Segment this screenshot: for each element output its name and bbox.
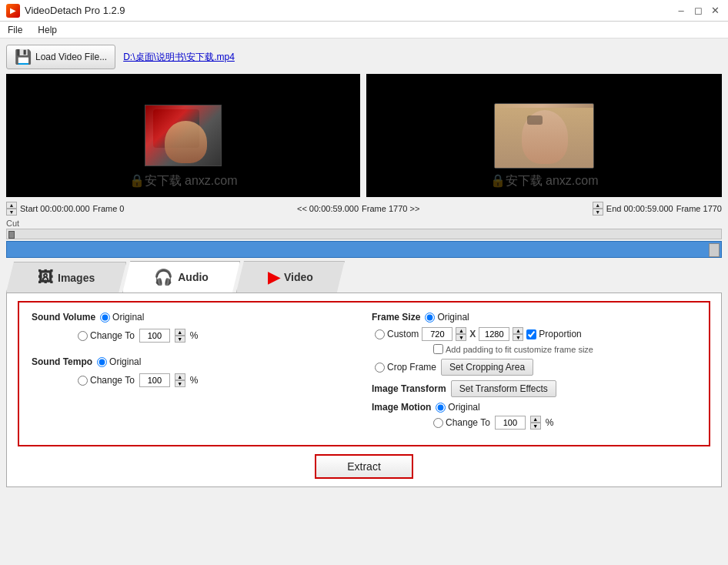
frame-size-custom-label[interactable]: Custom [375,329,419,339]
load-button-label: Load Video File... [35,52,107,62]
proportion-checkbox[interactable] [526,329,536,339]
left-spin-down[interactable]: ▼ [6,209,17,216]
image-motion-spin-up[interactable]: ▲ [530,416,541,423]
sound-tempo-row: Sound Tempo Original [32,356,356,367]
image-motion-spinner[interactable]: ▲ ▼ [530,416,541,430]
sound-tempo-spin-up[interactable]: ▲ [175,373,185,380]
sound-volume-original-radio[interactable] [100,313,110,323]
minimize-button[interactable]: – [674,4,688,18]
crop-frame-radio[interactable] [375,363,385,373]
image-motion-original-text: Original [448,402,479,413]
video-column: Frame Size Original Custom [364,307,704,440]
app-title: VideoDetach Pro 1.2.9 [25,5,125,16]
sound-tempo-original-radio[interactable] [97,357,107,367]
title-bar: ▶ VideoDetach Pro 1.2.9 – ◻ ✕ [0,0,728,22]
frame-height-spinner[interactable]: ▲ ▼ [513,327,523,341]
cut-label: Cut [6,219,722,228]
tab-audio[interactable]: 🎧 Audio [122,261,240,293]
sound-volume-original-text: Original [112,312,144,323]
frame-size-original-label[interactable]: Original [425,312,469,323]
frame-width-spin-down[interactable]: ▼ [456,334,466,341]
image-motion-original-label[interactable]: Original [436,402,479,413]
image-motion-unit: % [546,417,554,428]
sound-volume-spin-down[interactable]: ▼ [175,336,185,343]
tab-video[interactable]: ▶ Video [236,261,345,293]
tab-images[interactable]: 🖼 Images [6,262,126,293]
image-motion-change-radio[interactable] [433,418,443,428]
menu-help[interactable]: Help [30,23,65,36]
frame-size-custom-row: Custom ▲ ▼ X ▲ ▼ [372,327,696,341]
set-transform-effects-button[interactable]: Set Transform Effects [451,380,556,397]
right-spin-down[interactable]: ▼ [593,209,603,216]
right-preview-panel: 🔒安下载 anxz.com [366,74,722,197]
sound-volume-spinner[interactable]: ▲ ▼ [175,329,185,343]
image-transform-row: Image Transform Set Transform Effects [372,380,696,397]
maximize-button[interactable]: ◻ [691,4,705,18]
sound-tempo-spinner[interactable]: ▲ ▼ [175,373,185,387]
sound-volume-change-label[interactable]: Change To [78,330,135,341]
sound-volume-change-radio[interactable] [78,331,88,341]
set-cropping-area-button[interactable]: Set Cropping Area [441,359,533,376]
padding-row: Add padding to fit customize frame size [372,344,696,354]
end-frame-label: Frame 1770 [676,204,722,213]
sound-tempo-original-label[interactable]: Original [97,356,141,367]
image-motion-change-row: Change To ▲ ▼ % [372,416,696,430]
center-time-label: << 00:00:59.000 [297,204,359,213]
sound-tempo-change-label[interactable]: Change To [78,375,135,386]
load-video-button[interactable]: 💾 Load Video File... [6,45,115,69]
frame-size-original-text: Original [437,312,469,323]
frame-height-spin-down[interactable]: ▼ [513,334,523,341]
frame-size-row: Frame Size Original [372,312,696,323]
sound-volume-input[interactable] [139,329,170,343]
image-motion-original-radio[interactable] [436,403,446,413]
left-spinner[interactable]: ▲ ▼ [6,202,17,216]
close-button[interactable]: ✕ [708,4,722,18]
image-motion-input[interactable] [495,416,526,430]
panel-grid: Sound Volume Original Change To [24,307,704,440]
menu-file[interactable]: File [0,23,30,36]
left-controls: ▲ ▼ Start 00:00:00.000 Frame 0 [6,202,124,216]
main-area: 💾 Load Video File... D:\桌面\说明书\安下载.mp4 🔒… [0,38,728,493]
frame-width-spin-up[interactable]: ▲ [456,327,466,334]
sound-tempo-change-row: Change To ▲ ▼ % [32,373,356,387]
image-motion-label: Image Motion [372,402,431,413]
frame-height-input[interactable] [479,327,509,341]
frame-size-custom-radio[interactable] [375,329,385,339]
timeline-thumb[interactable] [709,243,720,257]
crop-frame-radio-label[interactable]: Crop Frame [375,362,436,373]
sound-tempo-input[interactable] [139,373,170,387]
timeline-track[interactable] [6,229,722,239]
content-panel: Sound Volume Original Change To [6,293,722,487]
sound-volume-original-label[interactable]: Original [100,312,144,323]
image-motion-row: Image Motion Original [372,402,696,413]
sound-volume-change-text: Change To [90,330,135,341]
right-spin-up[interactable]: ▲ [593,202,603,209]
frame-width-spinner[interactable]: ▲ ▼ [456,327,466,341]
sound-tempo-spin-down[interactable]: ▼ [175,380,185,387]
crop-frame-row: Crop Frame Set Cropping Area [372,359,696,376]
extract-button[interactable]: Extract [315,454,413,479]
sound-tempo-unit: % [190,375,199,386]
sound-volume-change-row: Change To ▲ ▼ % [32,329,356,343]
tab-video-label: Video [284,271,313,283]
crop-frame-label: Crop Frame [387,362,436,373]
sound-volume-spin-up[interactable]: ▲ [175,329,185,336]
left-preview-panel: 🔒安下载 anxz.com [6,74,360,197]
sound-tempo-change-radio[interactable] [78,376,88,386]
padding-label[interactable]: Add padding to fit customize frame size [433,344,593,354]
image-motion-change-text: Change To [446,417,490,428]
frame-size-original-radio[interactable] [425,313,435,323]
left-spin-up[interactable]: ▲ [6,202,17,209]
image-motion-spin-down[interactable]: ▼ [530,423,541,430]
tab-images-label: Images [58,272,95,284]
proportion-label[interactable]: Proportion [526,329,581,339]
padding-checkbox[interactable] [433,344,443,354]
frame-width-input[interactable] [422,327,452,341]
sound-tempo-original-text: Original [109,356,141,367]
extract-row: Extract [18,454,710,479]
images-icon: 🖼 [38,269,53,286]
right-spinner[interactable]: ▲ ▼ [593,202,603,216]
frame-height-spin-up[interactable]: ▲ [513,327,523,334]
image-motion-change-label[interactable]: Change To [433,417,490,428]
timeline-slider[interactable] [6,241,722,258]
